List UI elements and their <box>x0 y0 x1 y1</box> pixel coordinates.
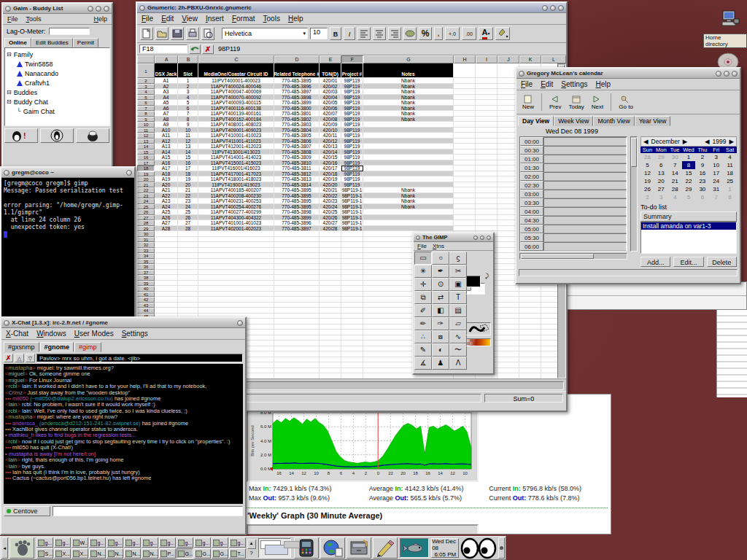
row-header-27[interactable]: 27 <box>137 215 155 221</box>
tab-month-view[interactable]: Month View <box>593 116 634 126</box>
selected-cell[interactable]: 98P119 <box>341 166 363 171</box>
gnumeric-menu-view[interactable]: View <box>182 15 198 23</box>
schedule-slot[interactable] <box>543 181 627 190</box>
cell[interactable]: A14 <box>155 149 178 155</box>
calendar-day[interactable]: 11 <box>723 161 737 169</box>
cell[interactable]: 770-485-3899 <box>274 100 320 106</box>
gnumeric-menu-edit[interactable]: Edit <box>161 15 174 23</box>
calendar-titlebar[interactable]: Gregory McLean's calendar <box>516 69 740 79</box>
cell[interactable]: 15 <box>178 155 198 160</box>
cell[interactable]: 770-485-3809 <box>274 155 320 160</box>
schedule-slot[interactable] <box>543 137 627 146</box>
cell[interactable]: 770-485-3802 <box>274 117 320 122</box>
cell[interactable]: 770-485-3803 <box>274 122 320 128</box>
cell-reference-box[interactable]: F18 <box>139 44 187 53</box>
cell[interactable]: 17 <box>178 166 198 171</box>
cell[interactable]: 98P119 <box>341 128 363 133</box>
close-button[interactable] <box>237 320 243 326</box>
schedule-row[interactable]: 00:00 <box>520 137 627 146</box>
cell[interactable]: 770-485-3895 <box>274 78 320 84</box>
cell[interactable] <box>363 182 454 188</box>
row-header-12[interactable]: 12 <box>137 133 155 139</box>
cell[interactable]: A2 <box>155 84 178 90</box>
cell[interactable]: 98P119-1 <box>341 187 363 193</box>
calendar-day[interactable]: 8 <box>723 193 737 201</box>
task-button[interactable]: G... <box>212 548 228 559</box>
cell[interactable]: 420/24 <box>320 204 341 210</box>
cell[interactable]: A3 <box>155 89 178 95</box>
row-header-36[interactable]: 36 <box>137 264 155 270</box>
calendar-day[interactable]: 1 <box>723 185 737 193</box>
gaim-menu-file[interactable]: File <box>7 15 18 23</box>
cell[interactable]: 420/19 <box>320 176 341 182</box>
move-tool-icon[interactable]: ✛ <box>414 278 432 291</box>
next-button[interactable]: Next <box>592 95 603 110</box>
window-menu-icon[interactable] <box>5 6 11 12</box>
im-button[interactable]: ! <box>4 128 38 143</box>
list-item[interactable]: ⊟Buddy Chat <box>7 97 108 106</box>
todo-item[interactable]: Install amanda on var1-3 <box>641 222 736 230</box>
cell[interactable]: 98P119 <box>341 160 363 166</box>
mini-calendar[interactable]: SunMonTueWedThuFriSat2829301234567891011… <box>640 147 737 201</box>
row-header-38[interactable]: 38 <box>137 275 155 281</box>
cell[interactable]: 420/27 <box>320 220 341 226</box>
todo-add-button[interactable]: Add... <box>640 257 670 267</box>
schedule-row[interactable]: 04:30 <box>520 216 627 225</box>
cell[interactable]: 420/20 <box>320 182 341 188</box>
row-header-3[interactable]: 3 <box>137 84 155 90</box>
cell[interactable]: 770-485-3896 <box>274 220 320 226</box>
cell[interactable]: 98P119 <box>341 155 363 160</box>
calendar-day[interactable]: 23 <box>695 177 709 185</box>
cell[interactable]: 420/22 <box>320 193 341 199</box>
window-menu-icon[interactable] <box>416 236 420 240</box>
cell[interactable]: 11APVT400208-400230 <box>198 193 274 199</box>
task-button[interactable]: G... <box>177 548 193 559</box>
schedule-row[interactable]: 03:30 <box>520 198 627 207</box>
schedule-slot[interactable] <box>543 207 627 216</box>
column-header-E[interactable]: E <box>320 55 341 63</box>
cell[interactable]: 770-485-3897 <box>274 226 320 232</box>
dodge-burn-tool-icon[interactable]: ◐ <box>432 343 449 357</box>
tab-week-view[interactable]: Week View <box>554 116 593 126</box>
cell[interactable]: 420/15 <box>320 155 341 160</box>
cell[interactable]: 420/26 <box>320 215 341 221</box>
cell[interactable]: 420/18 <box>320 171 341 177</box>
prev-button[interactable]: Prev <box>549 95 561 110</box>
task-button[interactable]: g... <box>229 537 246 548</box>
calendar-day[interactable]: 25 <box>723 177 737 185</box>
header-cell[interactable]: Related Telephone # <box>274 63 320 78</box>
cell[interactable]: 11APVT408001-408023 <box>198 122 274 128</box>
cell[interactable] <box>363 144 454 149</box>
calendar-day[interactable]: 17 <box>709 169 723 177</box>
column-header-G[interactable]: G <box>363 55 454 63</box>
cell[interactable]: Nbank <box>363 117 454 122</box>
cell[interactable]: 12 <box>178 139 198 144</box>
cell[interactable]: 18 <box>178 171 198 177</box>
cell[interactable]: 770-485-3898 <box>274 209 320 215</box>
task-button[interactable]: X... <box>54 548 71 559</box>
list-item[interactable]: ⊟Family <box>7 50 108 59</box>
calendar-day[interactable]: 20 <box>654 177 668 185</box>
cell[interactable]: 11APVT400070-400092 <box>198 95 274 101</box>
schedule-slot[interactable] <box>543 163 627 172</box>
task-button[interactable]: G... <box>194 548 211 559</box>
schedule-hscrollbar[interactable] <box>519 253 627 260</box>
cell[interactable]: 770-485-3806 <box>274 139 320 144</box>
calendar-day[interactable]: 4 <box>723 153 737 161</box>
iconify-button[interactable] <box>473 236 478 240</box>
editor-launcher[interactable] <box>373 537 398 559</box>
schedule-row[interactable]: 01:00 <box>520 155 627 163</box>
cell[interactable]: A12 <box>155 139 178 144</box>
measure-tool-icon[interactable]: ∡ <box>414 357 432 370</box>
gaim-menu-tools[interactable]: Tools <box>26 15 42 23</box>
cell[interactable]: 3 <box>178 89 198 95</box>
chat-message-area[interactable]: <mustapha> miguel: try sawmill.themes.or… <box>4 364 243 504</box>
smudge-tool-icon[interactable]: 〜 <box>449 343 467 357</box>
iconify-button[interactable] <box>88 6 93 12</box>
path-tool-icon[interactable]: Λ <box>449 357 467 370</box>
cell[interactable]: 770-485-3895 <box>274 187 320 193</box>
cell[interactable]: A5 <box>155 100 178 106</box>
calendar-day[interactable]: 3 <box>654 193 668 201</box>
row-header-4[interactable]: 4 <box>137 89 155 95</box>
cell[interactable]: 21 <box>178 187 198 193</box>
